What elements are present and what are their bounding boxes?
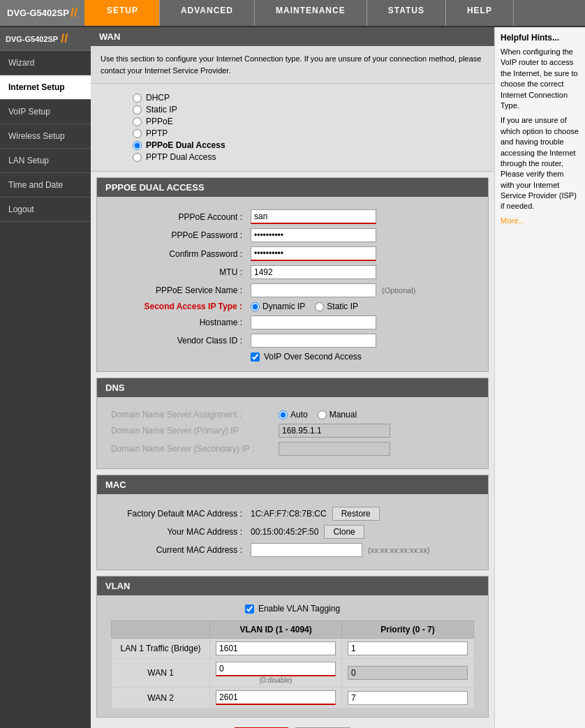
confirm-password-input-wrap	[251, 246, 376, 261]
service-name-row: PPPoE Service Name : (Optional)	[111, 283, 474, 297]
dns-manual-label: Manual	[329, 410, 357, 419]
sidebar-item-logout[interactable]: Logout	[0, 198, 91, 222]
top-nav: DVG-G5402SP // SETUP ADVANCED MAINTENANC…	[0, 0, 585, 27]
vlan-wan2-id-input[interactable]	[216, 690, 336, 705]
factory-mac-row: Factory Default MAC Address : 1C:AF:F7:C…	[111, 507, 474, 521]
dns-assignment-radio-group: Auto Manual	[279, 410, 357, 419]
password-input[interactable]	[251, 228, 376, 242]
wan-option-dhcp[interactable]: DHCP	[133, 93, 452, 103]
account-input[interactable]	[251, 209, 376, 224]
current-mac-label: Current MAC Address :	[111, 545, 251, 555]
wan-option-pptp-dual[interactable]: PPTP Dual Access	[133, 152, 452, 162]
dns-auto-option[interactable]: Auto	[279, 410, 308, 419]
vlan-row-wan1: WAN 1 (0:disable)	[112, 659, 474, 688]
dns-secondary-input-wrap	[279, 442, 390, 456]
vlan-form-body: Enable VLAN Tagging VLAN ID (1 - 4094) P…	[97, 595, 488, 717]
current-mac-row: Current MAC Address : (xx:xx:xx:xx:xx:xx…	[111, 543, 474, 557]
wan-option-static-ip[interactable]: Static IP	[133, 105, 452, 114]
pppoe-dual-radio[interactable]	[133, 141, 142, 150]
pptp-radio[interactable]	[133, 129, 142, 138]
dns-manual-option[interactable]: Manual	[318, 410, 357, 419]
help-title: Helpful Hints...	[501, 33, 579, 43]
help-more-link[interactable]: More...	[501, 216, 524, 225]
tab-advanced[interactable]: ADVANCED	[160, 0, 255, 26]
dynamic-ip-radio[interactable]	[251, 302, 260, 311]
tab-status[interactable]: STATUS	[367, 0, 446, 26]
sidebar-item-wizard[interactable]: Wizard	[0, 51, 91, 75]
current-mac-input-wrap	[251, 543, 362, 557]
vlan-col-priority: Priority (0 - 7)	[342, 621, 474, 639]
current-mac-input[interactable]	[251, 543, 362, 557]
current-mac-hint: (xx:xx:xx:xx:xx:xx)	[368, 546, 430, 554]
dns-secondary-row: Domain Name Server (Secondary) IP :	[111, 442, 474, 456]
tab-help[interactable]: HELP	[446, 0, 514, 26]
tab-maintenance[interactable]: MAINTENANCE	[255, 0, 367, 26]
vlan-wan1-priority-input[interactable]	[348, 666, 468, 680]
static-ip-option[interactable]: Static IP	[315, 302, 358, 311]
static-ip-radio[interactable]	[133, 105, 142, 114]
vlan-row-lan1: LAN 1 Traffic (Bridge)	[112, 639, 474, 659]
vlan-wan2-id-cell	[210, 688, 342, 708]
action-row: Apply Cancel	[91, 718, 494, 728]
dns-secondary-input[interactable]	[279, 442, 390, 456]
static-ip-radio-2[interactable]	[315, 302, 324, 311]
pppoe-radio[interactable]	[133, 117, 142, 126]
device-model: DVG-G5402SP	[7, 8, 69, 18]
wan-option-pptp[interactable]: PPTP	[133, 128, 452, 138]
vendor-class-input-wrap	[251, 334, 376, 348]
vlan-lan1-priority-input[interactable]	[348, 641, 468, 655]
help-para-2: If you are unsure of which option to cho…	[501, 115, 579, 212]
dns-manual-radio[interactable]	[318, 410, 327, 419]
confirm-password-row: Confirm Password :	[111, 246, 474, 261]
voip-checkbox[interactable]	[251, 352, 260, 362]
dns-primary-input-wrap	[279, 424, 390, 438]
dhcp-label: DHCP	[146, 93, 170, 103]
service-name-input[interactable]	[251, 283, 376, 297]
sidebar-item-internet-setup[interactable]: Internet Setup	[0, 75, 91, 100]
device-logo: DVG-G5402SP //	[0, 0, 86, 26]
mtu-input[interactable]	[251, 265, 376, 279]
hostname-input[interactable]	[251, 315, 376, 329]
confirm-password-input[interactable]	[251, 246, 376, 261]
sidebar-item-time-date[interactable]: Time and Date	[0, 173, 91, 198]
sidebar-item-lan-setup[interactable]: LAN Setup	[0, 149, 91, 173]
vendor-class-label: Vendor Class ID :	[111, 336, 251, 346]
dynamic-ip-label: Dynamic IP	[262, 302, 305, 311]
pppoe-section: PPPOE DUAL ACCESS PPPoE Account : PPPoE …	[96, 177, 489, 372]
vlan-wan2-priority-input[interactable]	[348, 691, 468, 705]
dns-assignment-label: Domain Name Server Assignment :	[111, 410, 279, 419]
sidebar-item-voip-setup[interactable]: VoIP Setup	[0, 100, 91, 124]
vendor-class-row: Vendor Class ID :	[111, 334, 474, 348]
restore-button[interactable]: Restore	[332, 507, 380, 521]
wan-option-pppoe-dual[interactable]: PPPoE Dual Access	[133, 140, 452, 150]
wan-option-pppoe[interactable]: PPPoE	[133, 117, 452, 126]
pppoe-dual-label: PPPoE Dual Access	[146, 140, 225, 150]
optional-text: (Optional)	[382, 286, 415, 295]
dynamic-ip-option[interactable]: Dynamic IP	[251, 302, 305, 311]
vlan-lan1-label: LAN 1 Traffic (Bridge)	[112, 639, 210, 659]
dhcp-radio[interactable]	[133, 94, 142, 103]
second-access-label: Second Access IP Type :	[111, 302, 251, 311]
hostname-input-wrap	[251, 315, 376, 329]
clone-button[interactable]: Clone	[324, 525, 364, 539]
help-para-1: When configuring the VoIP router to acce…	[501, 47, 579, 111]
hostname-row: Hostname :	[111, 315, 474, 329]
tab-setup[interactable]: SETUP	[86, 0, 160, 26]
sidebar-slash: //	[61, 31, 68, 46]
vlan-wan1-id-input[interactable]	[216, 662, 336, 676]
pppoe-section-header: PPPOE DUAL ACCESS	[97, 178, 488, 197]
pppoe-label: PPPoE	[146, 117, 173, 126]
sidebar-item-wireless-setup[interactable]: Wireless Setup	[0, 124, 91, 149]
pptp-dual-radio[interactable]	[133, 153, 142, 162]
vlan-lan1-id-input[interactable]	[216, 641, 336, 655]
vendor-class-input[interactable]	[251, 334, 376, 348]
dns-auto-label: Auto	[290, 410, 308, 419]
dns-primary-input[interactable]	[279, 424, 390, 438]
sidebar-logo: DVG-G5402SP //	[0, 27, 91, 51]
dns-assignment-row: Domain Name Server Assignment : Auto Man…	[111, 410, 474, 419]
vlan-lan1-id-cell	[210, 639, 342, 659]
your-mac-row: Your MAC Address : 00:15:00:45:2F:50 Clo…	[111, 525, 474, 539]
account-input-wrap	[251, 209, 376, 224]
vlan-enable-checkbox[interactable]	[245, 604, 254, 614]
dns-auto-radio[interactable]	[279, 410, 288, 419]
